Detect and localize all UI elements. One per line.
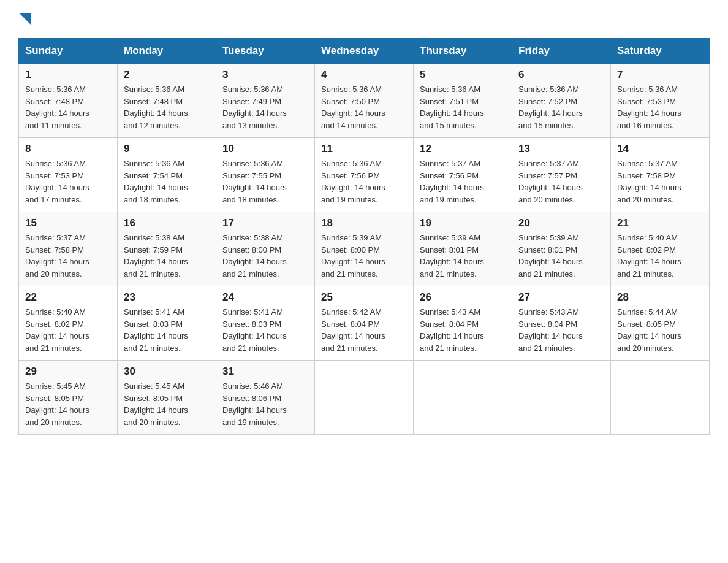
calendar-day-cell: 6 Sunrise: 5:36 AMSunset: 7:52 PMDayligh… [512,64,611,138]
column-header-wednesday: Wednesday [315,39,414,64]
day-info: Sunrise: 5:37 AMSunset: 7:58 PMDaylight:… [617,158,703,205]
calendar-day-cell: 30 Sunrise: 5:45 AMSunset: 8:05 PMDaylig… [118,361,216,435]
calendar-day-cell: 18 Sunrise: 5:39 AMSunset: 8:00 PMDaylig… [315,212,414,286]
day-info: Sunrise: 5:36 AMSunset: 7:51 PMDaylight:… [420,83,506,131]
day-info: Sunrise: 5:37 AMSunset: 7:58 PMDaylight:… [25,232,111,280]
calendar-day-cell: 29 Sunrise: 5:45 AMSunset: 8:05 PMDaylig… [19,361,118,435]
calendar-day-cell: 10 Sunrise: 5:36 AMSunset: 7:55 PMDaylig… [216,138,315,212]
day-number: 18 [321,217,407,229]
day-info: Sunrise: 5:36 AMSunset: 7:48 PMDaylight:… [124,83,210,131]
calendar-day-cell [611,361,710,435]
day-info: Sunrise: 5:38 AMSunset: 7:59 PMDaylight:… [124,232,210,280]
calendar-day-cell: 19 Sunrise: 5:39 AMSunset: 8:01 PMDaylig… [414,212,512,286]
calendar-day-cell [414,361,512,435]
calendar-day-cell: 2 Sunrise: 5:36 AMSunset: 7:48 PMDayligh… [118,64,216,138]
calendar-day-cell: 7 Sunrise: 5:36 AMSunset: 7:53 PMDayligh… [611,64,710,138]
calendar-day-cell: 11 Sunrise: 5:36 AMSunset: 7:56 PMDaylig… [315,138,414,212]
calendar-day-cell: 13 Sunrise: 5:37 AMSunset: 7:57 PMDaylig… [512,138,611,212]
day-info: Sunrise: 5:36 AMSunset: 7:49 PMDaylight:… [222,83,308,131]
day-info: Sunrise: 5:36 AMSunset: 7:53 PMDaylight:… [617,83,703,131]
day-number: 23 [124,291,210,304]
calendar-day-cell: 16 Sunrise: 5:38 AMSunset: 7:59 PMDaylig… [118,212,216,286]
day-number: 10 [222,143,308,155]
day-number: 22 [25,291,111,304]
calendar-day-cell [512,361,611,435]
calendar-day-cell: 31 Sunrise: 5:46 AMSunset: 8:06 PMDaylig… [216,361,315,435]
calendar-day-cell: 15 Sunrise: 5:37 AMSunset: 7:58 PMDaylig… [19,212,118,286]
calendar-day-cell: 24 Sunrise: 5:41 AMSunset: 8:03 PMDaylig… [216,286,315,361]
day-number: 7 [617,69,703,81]
day-info: Sunrise: 5:42 AMSunset: 8:04 PMDaylight:… [321,306,407,354]
day-info: Sunrise: 5:36 AMSunset: 7:50 PMDaylight:… [321,83,407,131]
day-number: 9 [124,143,210,155]
calendar-day-cell: 17 Sunrise: 5:38 AMSunset: 8:00 PMDaylig… [216,212,315,286]
day-number: 26 [420,291,506,304]
column-header-monday: Monday [118,39,216,64]
day-number: 30 [124,366,210,378]
calendar-week-row: 29 Sunrise: 5:45 AMSunset: 8:05 PMDaylig… [19,361,710,435]
day-info: Sunrise: 5:36 AMSunset: 7:56 PMDaylight:… [321,158,407,205]
day-number: 31 [222,366,308,378]
calendar-day-cell [315,361,414,435]
calendar-day-cell: 26 Sunrise: 5:43 AMSunset: 8:04 PMDaylig… [414,286,512,361]
calendar-day-cell: 9 Sunrise: 5:36 AMSunset: 7:54 PMDayligh… [118,138,216,212]
day-number: 6 [518,69,604,81]
day-number: 2 [124,69,210,81]
day-number: 1 [25,69,111,81]
day-number: 13 [518,143,604,155]
calendar-day-cell: 4 Sunrise: 5:36 AMSunset: 7:50 PMDayligh… [315,64,414,138]
day-info: Sunrise: 5:45 AMSunset: 8:05 PMDaylight:… [124,380,210,428]
day-info: Sunrise: 5:46 AMSunset: 8:06 PMDaylight:… [222,380,308,428]
svg-marker-0 [20,13,31,25]
calendar-day-cell: 3 Sunrise: 5:36 AMSunset: 7:49 PMDayligh… [216,64,315,138]
day-number: 8 [25,143,111,155]
calendar-week-row: 1 Sunrise: 5:36 AMSunset: 7:48 PMDayligh… [19,64,710,138]
calendar-week-row: 8 Sunrise: 5:36 AMSunset: 7:53 PMDayligh… [19,138,710,212]
day-info: Sunrise: 5:41 AMSunset: 8:03 PMDaylight:… [124,306,210,354]
calendar-day-cell: 8 Sunrise: 5:36 AMSunset: 7:53 PMDayligh… [19,138,118,212]
calendar-day-cell: 27 Sunrise: 5:43 AMSunset: 8:04 PMDaylig… [512,286,611,361]
column-header-friday: Friday [512,39,611,64]
day-number: 11 [321,143,407,155]
day-number: 20 [518,217,604,229]
day-info: Sunrise: 5:43 AMSunset: 8:04 PMDaylight:… [420,306,506,354]
column-header-saturday: Saturday [611,39,710,64]
day-info: Sunrise: 5:39 AMSunset: 8:00 PMDaylight:… [321,232,407,280]
column-header-thursday: Thursday [414,39,512,64]
day-number: 24 [222,291,308,304]
day-number: 25 [321,291,407,304]
calendar-day-cell: 21 Sunrise: 5:40 AMSunset: 8:02 PMDaylig… [611,212,710,286]
day-number: 29 [25,366,111,378]
day-info: Sunrise: 5:43 AMSunset: 8:04 PMDaylight:… [518,306,604,354]
day-info: Sunrise: 5:38 AMSunset: 8:00 PMDaylight:… [222,232,308,280]
calendar-day-cell: 25 Sunrise: 5:42 AMSunset: 8:04 PMDaylig… [315,286,414,361]
day-info: Sunrise: 5:36 AMSunset: 7:55 PMDaylight:… [222,158,308,205]
calendar-day-cell: 14 Sunrise: 5:37 AMSunset: 7:58 PMDaylig… [611,138,710,212]
day-info: Sunrise: 5:36 AMSunset: 7:53 PMDaylight:… [25,158,111,205]
calendar-day-cell: 28 Sunrise: 5:44 AMSunset: 8:05 PMDaylig… [611,286,710,361]
column-header-tuesday: Tuesday [216,39,315,64]
day-number: 27 [518,291,604,304]
day-number: 21 [617,217,703,229]
day-info: Sunrise: 5:36 AMSunset: 7:54 PMDaylight:… [124,158,210,205]
day-info: Sunrise: 5:37 AMSunset: 7:56 PMDaylight:… [420,158,506,205]
logo-arrow-icon [20,13,31,27]
calendar-table: SundayMondayTuesdayWednesdayThursdayFrid… [18,38,710,435]
calendar-day-cell: 12 Sunrise: 5:37 AMSunset: 7:56 PMDaylig… [414,138,512,212]
day-info: Sunrise: 5:36 AMSunset: 7:52 PMDaylight:… [518,83,604,131]
logo [18,12,31,27]
calendar-day-cell: 20 Sunrise: 5:39 AMSunset: 8:01 PMDaylig… [512,212,611,286]
day-info: Sunrise: 5:44 AMSunset: 8:05 PMDaylight:… [617,306,703,354]
day-number: 28 [617,291,703,304]
day-number: 3 [222,69,308,81]
day-number: 19 [420,217,506,229]
calendar-day-cell: 5 Sunrise: 5:36 AMSunset: 7:51 PMDayligh… [414,64,512,138]
day-number: 12 [420,143,506,155]
day-info: Sunrise: 5:36 AMSunset: 7:48 PMDaylight:… [25,83,111,131]
day-number: 15 [25,217,111,229]
calendar-day-cell: 1 Sunrise: 5:36 AMSunset: 7:48 PMDayligh… [19,64,118,138]
day-info: Sunrise: 5:39 AMSunset: 8:01 PMDaylight:… [420,232,506,280]
day-number: 5 [420,69,506,81]
column-header-sunday: Sunday [19,39,118,64]
day-number: 4 [321,69,407,81]
